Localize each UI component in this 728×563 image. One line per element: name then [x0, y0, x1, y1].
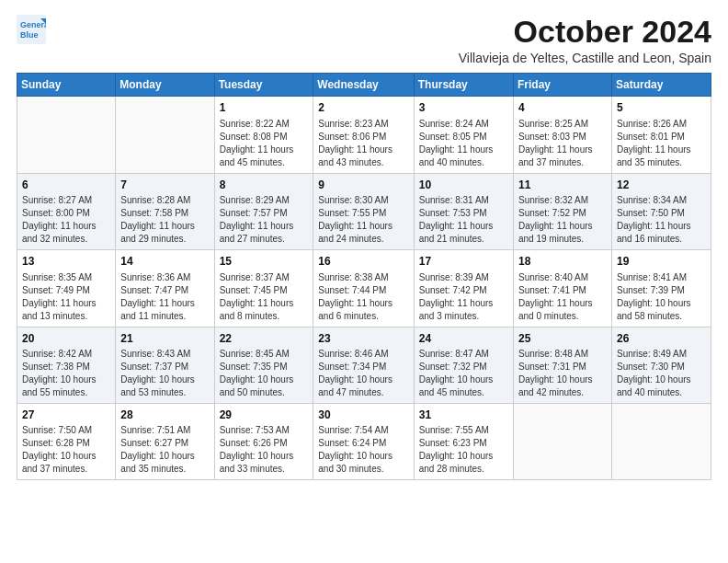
day-info: Sunrise: 8:30 AM Sunset: 7:55 PM Dayligh… — [318, 194, 408, 246]
calendar-cell: 28Sunrise: 7:51 AM Sunset: 6:27 PM Dayli… — [116, 403, 214, 479]
calendar-cell: 19Sunrise: 8:41 AM Sunset: 7:39 PM Dayli… — [611, 250, 711, 327]
calendar-cell: 22Sunrise: 8:45 AM Sunset: 7:35 PM Dayli… — [214, 327, 313, 403]
day-number: 8 — [220, 178, 309, 193]
calendar-cell: 17Sunrise: 8:39 AM Sunset: 7:42 PM Dayli… — [414, 250, 513, 327]
calendar-cell — [17, 97, 116, 173]
calendar-cell: 16Sunrise: 8:38 AM Sunset: 7:44 PM Dayli… — [313, 250, 414, 327]
day-number: 25 — [518, 331, 607, 347]
day-info: Sunrise: 8:49 AM Sunset: 7:30 PM Dayligh… — [617, 348, 706, 399]
calendar-week-row: 6Sunrise: 8:27 AM Sunset: 8:00 PM Daylig… — [17, 173, 711, 249]
calendar-cell: 6Sunrise: 8:27 AM Sunset: 8:00 PM Daylig… — [17, 173, 116, 249]
day-of-week-header: Tuesday — [214, 74, 313, 97]
day-number: 5 — [617, 100, 706, 116]
day-info: Sunrise: 8:39 AM Sunset: 7:42 PM Dayligh… — [419, 271, 508, 323]
logo: General Blue — [17, 15, 46, 48]
day-number: 28 — [120, 408, 209, 423]
day-number: 15 — [220, 254, 309, 270]
day-info: Sunrise: 8:36 AM Sunset: 7:47 PM Dayligh… — [120, 271, 209, 323]
location-title: Villavieja de Yeltes, Castille and Leon,… — [459, 51, 711, 65]
day-number: 11 — [518, 178, 607, 193]
day-info: Sunrise: 8:22 AM Sunset: 8:08 PM Dayligh… — [220, 118, 309, 169]
day-number: 23 — [318, 331, 408, 347]
day-number: 14 — [120, 254, 209, 270]
calendar-cell: 27Sunrise: 7:50 AM Sunset: 6:28 PM Dayli… — [17, 403, 116, 479]
day-info: Sunrise: 7:54 AM Sunset: 6:24 PM Dayligh… — [318, 424, 408, 476]
day-info: Sunrise: 8:23 AM Sunset: 8:06 PM Dayligh… — [318, 118, 408, 169]
day-info: Sunrise: 8:32 AM Sunset: 7:52 PM Dayligh… — [518, 194, 607, 246]
day-number: 20 — [22, 331, 110, 347]
calendar-week-row: 1Sunrise: 8:22 AM Sunset: 8:08 PM Daylig… — [17, 97, 711, 173]
calendar-cell — [611, 403, 711, 479]
day-number: 4 — [518, 100, 607, 116]
day-info: Sunrise: 8:48 AM Sunset: 7:31 PM Dayligh… — [518, 348, 607, 399]
day-number: 22 — [220, 331, 309, 347]
day-number: 6 — [22, 178, 110, 193]
day-number: 17 — [419, 254, 508, 270]
day-info: Sunrise: 8:46 AM Sunset: 7:34 PM Dayligh… — [318, 348, 408, 399]
calendar-cell — [116, 97, 214, 173]
calendar-cell: 15Sunrise: 8:37 AM Sunset: 7:45 PM Dayli… — [214, 250, 313, 327]
calendar-cell: 4Sunrise: 8:25 AM Sunset: 8:03 PM Daylig… — [513, 97, 611, 173]
day-info: Sunrise: 7:55 AM Sunset: 6:23 PM Dayligh… — [419, 424, 508, 476]
calendar-cell: 18Sunrise: 8:40 AM Sunset: 7:41 PM Dayli… — [513, 250, 611, 327]
day-info: Sunrise: 8:27 AM Sunset: 8:00 PM Dayligh… — [22, 194, 110, 246]
day-info: Sunrise: 8:43 AM Sunset: 7:37 PM Dayligh… — [120, 348, 209, 399]
day-info: Sunrise: 8:42 AM Sunset: 7:38 PM Dayligh… — [22, 348, 110, 399]
calendar-week-row: 20Sunrise: 8:42 AM Sunset: 7:38 PM Dayli… — [17, 327, 711, 403]
calendar-cell: 10Sunrise: 8:31 AM Sunset: 7:53 PM Dayli… — [414, 173, 513, 249]
day-info: Sunrise: 8:29 AM Sunset: 7:57 PM Dayligh… — [220, 194, 309, 246]
page: General Blue October 2024 Villavieja de … — [0, 0, 728, 563]
day-number: 3 — [419, 100, 508, 116]
calendar-week-row: 27Sunrise: 7:50 AM Sunset: 6:28 PM Dayli… — [17, 403, 711, 479]
day-of-week-header: Thursday — [414, 74, 513, 97]
day-info: Sunrise: 8:25 AM Sunset: 8:03 PM Dayligh… — [518, 118, 607, 169]
calendar-cell: 11Sunrise: 8:32 AM Sunset: 7:52 PM Dayli… — [513, 173, 611, 249]
day-info: Sunrise: 8:40 AM Sunset: 7:41 PM Dayligh… — [518, 271, 607, 323]
calendar-cell: 31Sunrise: 7:55 AM Sunset: 6:23 PM Dayli… — [414, 403, 513, 479]
logo-icon: General Blue — [17, 15, 46, 44]
calendar-header-row: SundayMondayTuesdayWednesdayThursdayFrid… — [17, 74, 711, 97]
title-block: October 2024 Villavieja de Yeltes, Casti… — [459, 15, 711, 65]
day-info: Sunrise: 7:51 AM Sunset: 6:27 PM Dayligh… — [120, 424, 209, 476]
day-info: Sunrise: 8:38 AM Sunset: 7:44 PM Dayligh… — [318, 271, 408, 323]
header: General Blue October 2024 Villavieja de … — [17, 15, 711, 65]
day-of-week-header: Sunday — [17, 74, 116, 97]
calendar-cell — [513, 403, 611, 479]
day-number: 2 — [318, 100, 408, 116]
calendar-cell: 8Sunrise: 8:29 AM Sunset: 7:57 PM Daylig… — [214, 173, 313, 249]
day-number: 18 — [518, 254, 607, 270]
day-info: Sunrise: 8:35 AM Sunset: 7:49 PM Dayligh… — [22, 271, 110, 323]
calendar-cell: 21Sunrise: 8:43 AM Sunset: 7:37 PM Dayli… — [116, 327, 214, 403]
day-of-week-header: Friday — [513, 74, 611, 97]
day-number: 1 — [220, 100, 309, 116]
day-number: 30 — [318, 408, 408, 423]
day-info: Sunrise: 8:31 AM Sunset: 7:53 PM Dayligh… — [419, 194, 508, 246]
calendar-cell: 26Sunrise: 8:49 AM Sunset: 7:30 PM Dayli… — [611, 327, 711, 403]
month-title: October 2024 — [459, 15, 711, 49]
day-number: 16 — [318, 254, 408, 270]
day-info: Sunrise: 8:34 AM Sunset: 7:50 PM Dayligh… — [617, 194, 706, 246]
calendar-cell: 7Sunrise: 8:28 AM Sunset: 7:58 PM Daylig… — [116, 173, 214, 249]
day-number: 31 — [419, 408, 508, 423]
calendar-cell: 30Sunrise: 7:54 AM Sunset: 6:24 PM Dayli… — [313, 403, 414, 479]
day-number: 21 — [120, 331, 209, 347]
day-info: Sunrise: 8:24 AM Sunset: 8:05 PM Dayligh… — [419, 118, 508, 169]
calendar-week-row: 13Sunrise: 8:35 AM Sunset: 7:49 PM Dayli… — [17, 250, 711, 327]
day-info: Sunrise: 8:28 AM Sunset: 7:58 PM Dayligh… — [120, 194, 209, 246]
calendar-cell: 25Sunrise: 8:48 AM Sunset: 7:31 PM Dayli… — [513, 327, 611, 403]
day-number: 12 — [617, 178, 706, 193]
day-info: Sunrise: 7:50 AM Sunset: 6:28 PM Dayligh… — [22, 424, 110, 476]
day-of-week-header: Monday — [116, 74, 214, 97]
day-info: Sunrise: 8:47 AM Sunset: 7:32 PM Dayligh… — [419, 348, 508, 399]
day-number: 27 — [22, 408, 110, 423]
calendar-cell: 13Sunrise: 8:35 AM Sunset: 7:49 PM Dayli… — [17, 250, 116, 327]
day-info: Sunrise: 8:37 AM Sunset: 7:45 PM Dayligh… — [220, 271, 309, 323]
day-number: 7 — [120, 178, 209, 193]
day-number: 13 — [22, 254, 110, 270]
calendar-cell: 12Sunrise: 8:34 AM Sunset: 7:50 PM Dayli… — [611, 173, 711, 249]
day-number: 9 — [318, 178, 408, 193]
calendar-cell: 29Sunrise: 7:53 AM Sunset: 6:26 PM Dayli… — [214, 403, 313, 479]
calendar-cell: 1Sunrise: 8:22 AM Sunset: 8:08 PM Daylig… — [214, 97, 313, 173]
day-info: Sunrise: 8:45 AM Sunset: 7:35 PM Dayligh… — [220, 348, 309, 399]
calendar-table: SundayMondayTuesdayWednesdayThursdayFrid… — [17, 73, 711, 480]
